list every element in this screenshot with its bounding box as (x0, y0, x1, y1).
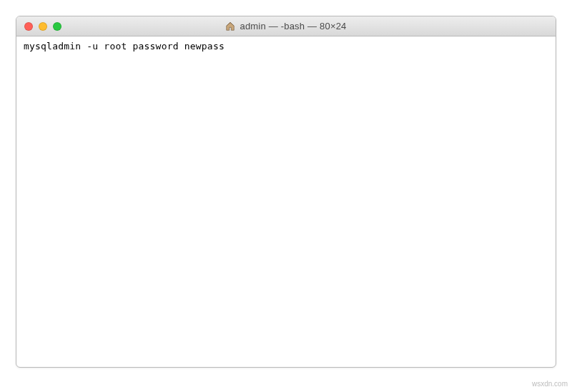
zoom-button[interactable] (53, 22, 61, 31)
window-title: admin — -bash — 80×24 (240, 21, 346, 31)
watermark: wsxdn.com (532, 380, 568, 388)
traffic-lights (16, 16, 61, 36)
terminal-body[interactable]: mysqladmin -u root password newpass (16, 36, 556, 367)
titlebar[interactable]: admin — -bash — 80×24 (16, 16, 556, 36)
close-button[interactable] (24, 22, 33, 31)
home-icon (225, 21, 235, 31)
title-wrap: admin — -bash — 80×24 (16, 16, 556, 36)
terminal-window: admin — -bash — 80×24 mysqladmin -u root… (16, 16, 556, 368)
minimize-button[interactable] (39, 22, 47, 31)
terminal-line: mysqladmin -u root password newpass (24, 41, 225, 52)
